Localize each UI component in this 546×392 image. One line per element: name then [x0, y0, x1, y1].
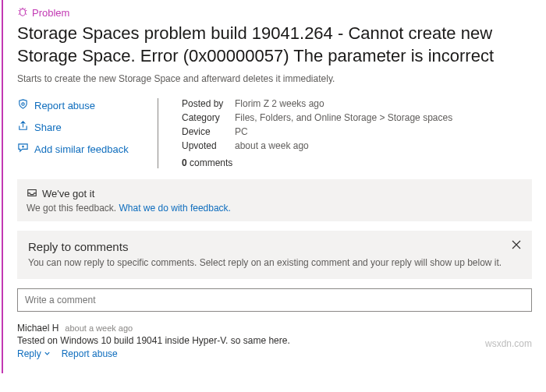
inbox-check-icon: [27, 187, 37, 200]
reply-info-body: You can now reply to specific comments. …: [28, 256, 521, 270]
page-title: Storage Spaces problem build 19041.264 -…: [17, 23, 532, 67]
shield-icon: [17, 98, 29, 112]
comment-plus-icon: [17, 142, 29, 156]
share-link[interactable]: Share: [17, 120, 134, 134]
reply-info-title: Reply to comments: [28, 240, 521, 253]
bug-icon: [17, 6, 28, 19]
comment-item: Michael H about a week ago Tested on Win…: [17, 323, 532, 359]
upvoted-key: Upvoted: [182, 140, 229, 151]
feedback-info-link[interactable]: What we do with feedback.: [119, 203, 231, 214]
reply-info-panel: Reply to comments You can now reply to s…: [17, 231, 532, 279]
status-heading: We've got it: [42, 188, 94, 200]
posted-by-key: Posted by: [182, 98, 229, 109]
posted-by-author[interactable]: Florim Z: [235, 98, 269, 109]
chevron-down-icon: [44, 348, 51, 359]
close-button[interactable]: [510, 238, 523, 251]
svg-point-1: [22, 103, 24, 105]
comment-time: about a week ago: [65, 323, 133, 333]
comment-count-label: comments: [187, 157, 233, 168]
share-label: Share: [34, 122, 62, 133]
status-body-text: We got this feedback.: [27, 203, 119, 214]
device-key: Device: [182, 126, 229, 137]
watermark: wsxdn.com: [485, 338, 532, 349]
comment-author[interactable]: Michael H: [17, 323, 58, 334]
comment-report-abuse-link[interactable]: Report abuse: [62, 348, 118, 359]
comment-count-number: 0: [182, 157, 187, 168]
add-similar-label: Add similar feedback: [34, 143, 129, 155]
problem-tag: Problem: [17, 6, 532, 19]
comment-reply-label: Reply: [17, 348, 41, 359]
report-abuse-label: Report abuse: [34, 100, 95, 111]
comment-input[interactable]: [17, 288, 532, 312]
upvoted-value: about a week ago: [235, 140, 309, 151]
page-subtitle: Starts to create the new Storage Space a…: [17, 73, 532, 84]
svg-point-0: [20, 9, 26, 16]
device-value: PC: [235, 126, 248, 137]
category-key: Category: [182, 112, 229, 123]
share-icon: [17, 120, 29, 134]
report-abuse-link[interactable]: Report abuse: [17, 98, 134, 112]
vertical-divider: [158, 98, 158, 168]
add-similar-feedback-link[interactable]: Add similar feedback: [17, 142, 134, 156]
problem-tag-label: Problem: [32, 7, 69, 19]
posted-by-time: 2 weeks ago: [271, 98, 324, 109]
status-panel: We've got it We got this feedback. What …: [17, 179, 532, 221]
comment-reply-link[interactable]: Reply: [17, 348, 51, 359]
comment-body: Tested on Windows 10 build 19041 inside …: [17, 335, 532, 346]
comment-count: 0 comments: [182, 157, 452, 168]
post-metadata: Posted by Florim Z 2 weeks ago Category …: [182, 98, 452, 168]
category-value[interactable]: Files, Folders, and Online Storage > Sto…: [235, 112, 452, 123]
